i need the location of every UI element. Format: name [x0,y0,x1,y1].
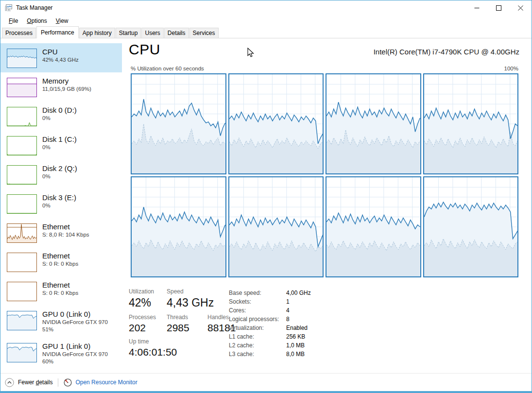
gpu-0-percent: 51% [42,326,108,333]
minimize-icon [474,5,480,11]
tab-details[interactable]: Details [164,28,189,38]
page-title: CPU [129,41,160,58]
stat-speed-label: Speed [167,288,214,295]
tab-app-history[interactable]: App history [79,28,115,38]
memory-thumbnail-chart [7,78,37,97]
maximize-button[interactable] [488,0,510,15]
stat-threads-label: Threads [167,314,207,321]
tab-performance[interactable]: Performance [36,26,79,38]
cpu-performance-panel: CPU Intel(R) Core(TM) i7-4790K CPU @ 4.0… [122,38,532,372]
tabstrip: ProcessesPerformanceApp historyStartupUs… [0,26,532,38]
minimize-button[interactable] [466,0,488,15]
sidebar-item-gpu-1[interactable]: GPU 1 (Link 0)NVIDIA GeForce GTX 97060% [0,338,122,370]
resource-monitor-icon [64,378,72,387]
sidebar-item-cpu[interactable]: CPU42% 4,43 GHz [0,43,122,72]
cpu-core-graph-3[interactable] [423,73,519,174]
spec-cores: Cores:4 [229,306,311,315]
ethernet-3-thumbnail-chart [7,282,37,301]
gpu-0-subtitle: NVIDIA GeForce GTX 970 [42,319,108,326]
spec-sockets-value: 1 [286,297,290,306]
disk-2-labels: Disk 2 (Q:)0% [42,164,77,180]
spec-logical-processors-label: Logical processors: [229,315,286,324]
disk-1-subtitle: 0% [42,144,77,151]
disk-2-thumbnail [7,165,37,187]
sidebar-item-ethernet-2[interactable]: EthernetS: 0 R: 0 Kbps [0,247,122,276]
ethernet-2-thumbnail [7,253,37,274]
memory-labels: Memory11,0/15,9 GB (69%) [42,77,91,93]
cpu-stats: Utilization42%Speed4,43 GHzProcesses202T… [129,288,311,362]
stat-threads: Threads2985 [167,314,207,334]
cpu-core-graph-2[interactable] [326,73,421,174]
task-manager-app-icon [5,4,13,12]
sidebar-item-disk-2[interactable]: Disk 2 (Q:)0% [0,160,122,189]
open-resource-monitor-link[interactable]: Open Resource Monitor [64,378,137,387]
ethernet-3-title: Ethernet [42,281,78,290]
sidebar-item-disk-0[interactable]: Disk 0 (D:)0% [0,102,122,131]
open-resource-monitor-label: Open Resource Monitor [75,379,137,386]
sidebar-item-ethernet-1[interactable]: EthernetS: 8,0 R: 104 Kbps [0,218,122,247]
sidebar-item-gpu-0[interactable]: GPU 0 (Link 0)NVIDIA GeForce GTX 97051% [0,306,122,338]
menu-item-view[interactable]: View [51,16,73,26]
spec-virtualization-value: Enabled [286,324,308,332]
memory-title: Memory [42,77,91,85]
cpu-core-graphs [131,73,518,277]
gpu-1-title: GPU 1 (Link 0) [42,342,108,351]
memory-thumbnail [7,78,37,99]
gpu-0-title: GPU 0 (Link 0) [42,310,108,319]
disk-1-thumbnail [7,136,37,157]
menu-item-options[interactable]: Options [22,16,51,26]
disk-3-title: Disk 3 (E:) [42,193,76,202]
cpu-thumbnail [7,49,37,70]
gpu-0-labels: GPU 0 (Link 0)NVIDIA GeForce GTX 97051% [42,310,108,333]
performance-sidebar: CPU42% 4,43 GHzMemory11,0/15,9 GB (69%)D… [0,38,122,372]
ethernet-2-title: Ethernet [42,252,78,260]
sidebar-item-disk-1[interactable]: Disk 1 (C:)0% [0,131,122,160]
spec-l3-cache-value: 8,0 MB [286,350,305,359]
spec-sockets: Sockets:1 [229,297,311,306]
ethernet-1-title: Ethernet [42,222,89,231]
ethernet-2-thumbnail-chart [7,253,37,272]
spec-base-speed-value: 4,00 GHz [286,289,311,297]
tab-users[interactable]: Users [141,28,163,38]
stat-processes-value: 202 [129,322,167,334]
ethernet-1-thumbnail-chart [7,223,37,243]
cpu-core-graph-1[interactable] [228,73,324,174]
footer-bar: Fewer details Open Resource Monitor [0,373,532,391]
spec-l3-cache-label: L3 cache: [229,350,286,359]
disk-3-labels: Disk 3 (E:)0% [42,193,76,209]
sidebar-item-ethernet-3[interactable]: EthernetS: 0 R: 0 Kbps [0,276,122,306]
ethernet-3-subtitle: S: 0 R: 0 Kbps [42,290,78,297]
ethernet-1-labels: EthernetS: 8,0 R: 104 Kbps [42,222,89,239]
menu-item-file[interactable]: File [4,16,22,26]
stat-threads-value: 2985 [167,322,207,334]
disk-1-labels: Disk 1 (C:)0% [42,135,77,151]
cpu-title: CPU [42,48,79,56]
cpu-core-graph-6[interactable] [326,176,421,277]
disk-0-title: Disk 0 (D:) [42,106,77,115]
cpu-core-graph-0[interactable] [131,73,226,174]
spec-base-speed: Base speed:4,00 GHz [229,289,311,297]
stat-processes: Processes202 [129,314,167,334]
fewer-details-button[interactable]: Fewer details [5,378,52,387]
sidebar-item-memory[interactable]: Memory11,0/15,9 GB (69%) [0,72,122,102]
cpu-labels: CPU42% 4,43 GHz [42,48,79,64]
sidebar-item-disk-3[interactable]: Disk 3 (E:)0% [0,189,122,218]
gpu-1-subtitle: NVIDIA GeForce GTX 970 [42,351,108,358]
tab-services[interactable]: Services [189,28,219,38]
tab-startup[interactable]: Startup [116,28,141,38]
menubar: FileOptionsView [0,15,532,26]
utilization-caption: % Utilization over 60 seconds [131,66,204,71]
close-button[interactable] [510,0,532,15]
tab-processes[interactable]: Processes [2,28,36,38]
gpu-1-labels: GPU 1 (Link 0)NVIDIA GeForce GTX 97060% [42,342,108,365]
mouse-cursor [247,48,255,58]
disk-2-title: Disk 2 (Q:) [42,164,77,173]
cpu-core-graph-5[interactable] [228,176,324,277]
spec-virtualization: Virtualization:Enabled [229,324,311,332]
spec-cores-value: 4 [286,306,290,315]
disk-1-title: Disk 1 (C:) [42,135,77,144]
content-area: CPU42% 4,43 GHzMemory11,0/15,9 GB (69%)D… [0,38,532,372]
cpu-core-graph-4[interactable] [131,176,226,277]
footer-divider [58,378,58,387]
cpu-core-graph-7[interactable] [423,176,519,277]
